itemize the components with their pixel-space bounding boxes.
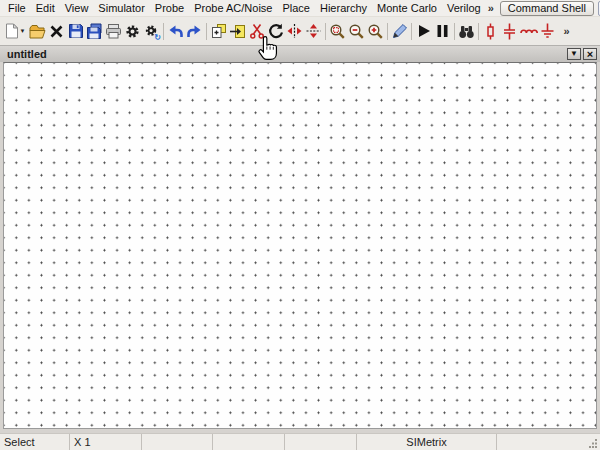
window-collapse-button[interactable]: ▼ (567, 48, 581, 60)
copy-button[interactable] (209, 20, 228, 42)
binoculars-icon (458, 24, 475, 39)
printer-icon (105, 23, 122, 39)
menu-probe[interactable]: Probe (150, 1, 189, 15)
status-mode: Select (0, 434, 70, 450)
wire-tool-button[interactable] (390, 20, 409, 42)
place-resistor-button[interactable] (481, 20, 500, 42)
menu-edit[interactable]: Edit (31, 1, 60, 15)
scissors-icon (249, 23, 265, 39)
undo-arrow-icon (167, 24, 184, 39)
new-schematic-dropdown-icon[interactable]: ▼ (20, 28, 26, 34)
simulator-options-button[interactable]: ↻ (142, 20, 161, 42)
place-inductor-button[interactable] (519, 20, 538, 42)
menu-bar-right: » Command Shell Schematic Editor ▼ (486, 1, 600, 16)
save-as-button[interactable] (85, 20, 104, 42)
zoom-out-icon (348, 23, 365, 40)
toolbar-overflow-button[interactable]: » (557, 20, 576, 42)
find-part-button[interactable] (457, 20, 476, 42)
menu-verilog[interactable]: Verilog (442, 1, 486, 15)
toolbar-separator (478, 23, 479, 40)
open-folder-icon (29, 24, 46, 39)
toolbar-separator (206, 23, 207, 40)
canvas-frame (0, 62, 600, 429)
zoom-in-button[interactable] (366, 20, 385, 42)
status-empty-panel (142, 434, 213, 450)
paste-icon (229, 24, 246, 39)
undo-button[interactable] (166, 20, 185, 42)
pencil-icon (392, 23, 408, 39)
new-schematic-button[interactable]: ▼ (2, 20, 28, 42)
cut-button[interactable] (247, 20, 266, 42)
capacitor-icon (502, 23, 517, 40)
status-app-name: SIMetrix (357, 434, 497, 450)
toolbar-separator (163, 23, 164, 40)
menu-probe-ac-noise[interactable]: Probe AC/Noise (189, 1, 277, 15)
menu-bar: File Edit View Simulator Probe Probe AC/… (0, 0, 600, 17)
options-button[interactable] (123, 20, 142, 42)
rotate-button[interactable] (266, 20, 285, 42)
new-file-icon (5, 23, 19, 39)
gear-icon (124, 23, 141, 40)
redo-button[interactable] (185, 20, 204, 42)
rotate-arrow-icon (268, 23, 284, 39)
resize-grip-icon[interactable] (589, 439, 598, 448)
redo-arrow-icon (186, 24, 203, 39)
menu-monte-carlo[interactable]: Monte Carlo (372, 1, 442, 15)
toolbar-separator (411, 23, 412, 40)
menu-simulator[interactable]: Simulator (93, 1, 149, 15)
save-floppy-icon (68, 23, 84, 39)
menu-view[interactable]: View (60, 1, 94, 15)
inductor-icon (520, 25, 538, 37)
status-empty-panel (497, 434, 600, 450)
zoom-in-icon (367, 23, 384, 40)
document-title-bar[interactable]: untitled ▼ × (0, 45, 600, 62)
ground-icon (540, 23, 555, 40)
close-schematic-button[interactable] (47, 20, 66, 42)
menu-hierarchy[interactable]: Hierarchy (315, 1, 372, 15)
resistor-icon (484, 23, 497, 40)
zoom-area-button[interactable] (328, 20, 347, 42)
open-schematic-button[interactable] (28, 20, 47, 42)
main-toolbar: ▼ (0, 17, 600, 45)
zoom-out-button[interactable] (347, 20, 366, 42)
place-ground-button[interactable] (538, 20, 557, 42)
toolbar-separator (387, 23, 388, 40)
pause-simulation-button[interactable] (433, 20, 452, 42)
zoom-area-icon (329, 23, 346, 40)
play-icon (417, 24, 431, 38)
save-all-floppy-icon (86, 23, 103, 39)
document-title: untitled (7, 48, 47, 60)
close-x-icon (49, 24, 64, 39)
document-window-buttons: ▼ × (567, 48, 597, 60)
status-empty-panel (285, 434, 357, 450)
print-button[interactable] (104, 20, 123, 42)
window-close-button[interactable]: × (583, 48, 597, 60)
status-empty-panel (213, 434, 285, 450)
menu-file[interactable]: File (3, 1, 31, 15)
menu-overflow-chevron-icon[interactable]: » (486, 2, 496, 14)
copy-icon (211, 23, 227, 39)
command-shell-button[interactable]: Command Shell (500, 1, 594, 16)
status-scale: X 1 (70, 434, 142, 450)
paste-button[interactable] (228, 20, 247, 42)
save-button[interactable] (66, 20, 85, 42)
simetrix-app-window: { "menu": { "items": [ {"label": "File"}… (0, 0, 600, 450)
refresh-arrows-icon: ↻ (154, 34, 161, 42)
toolbar-separator (325, 23, 326, 40)
menu-place[interactable]: Place (277, 1, 315, 15)
mirror-icon (286, 23, 303, 39)
flip-button[interactable] (304, 20, 323, 42)
toolbar-separator (454, 23, 455, 40)
more-tools-chevron-icon: » (563, 26, 569, 37)
status-bar: Select X 1 SIMetrix (0, 433, 600, 450)
mirror-button[interactable] (285, 20, 304, 42)
flip-icon (305, 23, 322, 39)
run-simulation-button[interactable] (414, 20, 433, 42)
schematic-canvas[interactable] (3, 62, 597, 429)
place-capacitor-button[interactable] (500, 20, 519, 42)
pause-icon (436, 24, 449, 38)
